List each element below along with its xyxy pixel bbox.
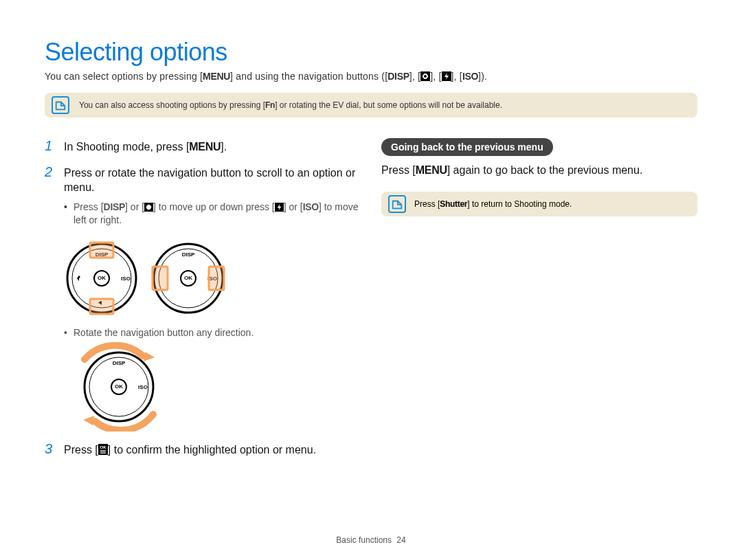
text: ] to confirm the highlighted option or m… [108,444,316,456]
step-body: Press or rotate the navigation button to… [64,164,361,231]
svg-rect-20 [153,267,168,290]
svg-rect-0 [420,71,430,81]
ok-menu-icon: OK [98,444,108,455]
text: ], [ [430,71,441,82]
text: ], [ [451,71,462,82]
macro-icon [420,71,430,81]
svg-rect-9 [90,243,113,258]
text: Press [ [64,444,98,456]
svg-text:OK: OK [100,445,106,449]
intro-text: You can select options by pressing [MENU… [45,71,697,82]
svg-text:DISP: DISP [113,360,126,366]
step-body: In Shooting mode, press [MENU]. [64,138,227,155]
section-name: Basic functions [336,535,392,545]
iso-label: ISO [121,276,131,282]
text: You can also access shooting options by … [79,100,265,110]
text: Press [ [381,164,416,176]
text: ]). [478,71,487,82]
text: Press [ [74,201,104,212]
note-icon [388,195,406,213]
content-columns: 1 In Shooting mode, press [MENU]. 2 Pres… [45,138,697,467]
svg-text:OK: OK [115,383,123,390]
text: ] to move up or down press [ [153,201,275,212]
dial-diagrams-row: DISP ISO OK [64,240,361,316]
note-callout-top: You can also access shooting options by … [45,93,697,117]
text: ] again to go back to the previous menu. [447,164,643,176]
text: In Shooting mode, press [ [64,141,189,153]
text: Press [ [414,199,440,209]
text: Rotate the navigation button any directi… [74,327,254,338]
svg-text:DISP: DISP [182,251,195,258]
disp-button-label: DISP [104,201,125,212]
step-number: 2 [45,164,57,231]
step-1: 1 In Shooting mode, press [MENU]. [45,138,361,155]
manual-page: Selecting options You can select options… [0,0,742,560]
text: ] or [ [125,201,144,212]
text: Press or rotate the navigation button to… [64,167,355,194]
step-number: 1 [45,138,57,155]
shutter-button-label: Shutter [440,199,467,209]
svg-rect-35 [100,453,106,453]
dial-diagram-vertical: DISP ISO OK [64,240,139,316]
ok-label: OK [98,275,106,281]
iso-button-label: ISO [462,71,478,82]
left-column: 1 In Shooting mode, press [MENU]. 2 Pres… [45,138,361,467]
menu-button-label: MENU [416,164,447,176]
sub-step: • Rotate the navigation button any direc… [64,327,361,338]
note-text: You can also access shooting options by … [79,100,502,110]
text: ] and using the navigation buttons ([ [230,71,387,82]
flash-icon [275,203,284,212]
flash-icon [442,71,451,81]
text: ] or rotating the EV dial, but some opti… [275,100,502,110]
iso-button-label: ISO [303,201,319,212]
menu-button-label: MENU [203,71,230,82]
text: ] or [ [284,201,303,212]
menu-button-label: MENU [189,141,221,153]
macro-icon [144,203,153,212]
step-3: 3 Press [OK] to confirm the highlighted … [45,441,361,458]
text: ] to return to Shooting mode. [467,199,572,209]
note-icon [52,96,69,114]
dial-diagram-horizontal: DISP ISO OK [150,240,226,316]
disp-button-label: DISP [387,71,409,82]
svg-rect-11 [90,299,113,314]
text: ]. [221,141,227,153]
step-2: 2 Press or rotate the navigation button … [45,164,361,231]
text: ], [ [409,71,420,82]
svg-rect-22 [209,267,224,290]
fn-button-label: Fn [265,100,275,110]
step-body: Press [OK] to confirm the highlighted op… [64,441,316,458]
sub-step: Press [DISP] or [] to move up or down pr… [64,201,361,227]
page-footer: Basic functions 24 [0,535,742,545]
right-column: Going back to the previous menu Press [M… [381,138,697,467]
svg-text:ISO: ISO [138,384,148,390]
note-text: Press [Shutter] to return to Shooting mo… [414,199,572,209]
subsection-heading: Going back to the previous menu [381,138,553,156]
svg-rect-34 [100,451,106,452]
page-title: Selecting options [45,38,697,67]
right-text: Press [MENU] again to go back to the pre… [381,164,697,177]
svg-text:OK: OK [184,275,192,281]
step-number: 3 [45,441,57,458]
note-callout-right: Press [Shutter] to return to Shooting mo… [381,192,697,216]
svg-rect-33 [100,450,106,451]
text: You can select options by pressing [ [45,71,203,82]
page-number: 24 [396,535,405,545]
dial-diagram-rotate: DISP ISO OK [64,342,361,434]
